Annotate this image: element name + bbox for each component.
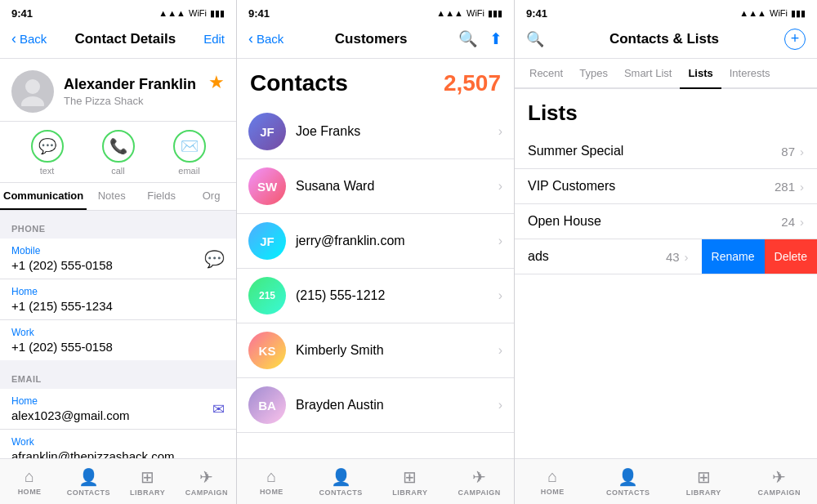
profile-info: Alexander Franklin The Pizza Shack <box>64 76 225 107</box>
chevron-right-open-house: › <box>800 215 804 229</box>
contacts-list: JF Joe Franks › SW Susana Ward › JF jerr… <box>237 105 514 458</box>
email-label: email <box>178 166 199 176</box>
chevron-left-icon: ‹ <box>11 30 16 47</box>
contact-row-brayden[interactable]: BA Brayden Austin › <box>237 378 514 433</box>
contact-row-joe[interactable]: JF Joe Franks › <box>237 105 514 159</box>
contact-name-phone: (215) 555-1212 <box>296 288 498 303</box>
search-button-right[interactable]: 🔍 <box>526 30 544 48</box>
tab-contacts-label-mid: CONTACTS <box>319 488 362 497</box>
contact-row-jerry[interactable]: JF jerry@franklin.com › <box>237 214 514 269</box>
battery-icon-right: ▮▮▮ <box>791 8 806 19</box>
phone-mobile-value[interactable]: +1 (202) 555-0158 <box>11 258 225 272</box>
contacts-lists-panel: 9:41 ▲▲▲ WiFi ▮▮▮ 🔍 Contacts & Lists + R… <box>515 0 817 504</box>
tab-home-label-left: HOME <box>18 488 42 496</box>
email-list-group: Home alex1023@gmail.com ✉ Work afranklin… <box>0 389 236 458</box>
list-count-vip: 281 <box>775 180 795 194</box>
favorite-star-icon[interactable]: ★ <box>208 72 225 93</box>
tab-home-left[interactable]: ⌂ HOME <box>0 459 59 504</box>
tab-fields[interactable]: Fields <box>136 183 186 210</box>
svg-point-1 <box>21 96 44 106</box>
edit-button[interactable]: Edit <box>203 32 225 46</box>
tab-contacts-left[interactable]: 👤 CONTACTS <box>59 459 118 504</box>
tab-home-middle[interactable]: ⌂ HOME <box>237 459 306 504</box>
tab-org[interactable]: Org <box>186 183 236 210</box>
library-icon-right: ⊞ <box>697 467 711 487</box>
tab-home-right[interactable]: ⌂ HOME <box>515 459 591 504</box>
contact-row-susana[interactable]: SW Susana Ward › <box>237 159 514 214</box>
tab-notes[interactable]: Notes <box>87 183 136 210</box>
text-icon: 💬 <box>31 130 64 163</box>
tab-library-left[interactable]: ⊞ LIBRARY <box>118 459 177 504</box>
call-label: call <box>111 166 125 176</box>
delete-button[interactable]: Delete <box>765 239 817 274</box>
action-buttons: 💬 text 📞 call ✉️ email <box>0 122 236 183</box>
email-work-item: Work afranklin@thepizzashack.com <box>0 430 236 458</box>
email-work-value[interactable]: afranklin@thepizzashack.com <box>11 449 225 458</box>
tab-library-right[interactable]: ⊞ LIBRARY <box>666 459 742 504</box>
status-icons-middle: ▲▲▲ WiFi ▮▮▮ <box>436 8 502 19</box>
list-row-leads[interactable]: ads 43 › <box>515 239 702 274</box>
share-button-middle[interactable]: ⬆ <box>489 29 502 48</box>
nav-icons-middle: 🔍 ⬆ <box>458 29 502 48</box>
tab-bar-middle: ⌂ HOME 👤 CONTACTS ⊞ LIBRARY ✈ CAMPAIGN <box>237 458 514 504</box>
signal-icon: ▲▲▲ <box>158 8 185 18</box>
phone-work-label: Work <box>11 327 225 338</box>
call-button[interactable]: 📞 call <box>102 130 135 176</box>
tab-home-label-right: HOME <box>541 488 565 496</box>
email-button[interactable]: ✉️ email <box>173 130 206 176</box>
email-home-value[interactable]: alex1023@gmail.com <box>11 408 225 422</box>
chevron-right-icon-phone: › <box>498 288 502 303</box>
list-name-summer: Summer Special <box>528 144 781 158</box>
library-icon-mid: ⊞ <box>403 467 417 487</box>
tab-lists[interactable]: Lists <box>680 59 721 89</box>
lists-section-title: Lists <box>515 89 817 134</box>
contacts-icon-mid: 👤 <box>331 467 351 487</box>
status-bar-middle: 9:41 ▲▲▲ WiFi ▮▮▮ <box>237 0 514 23</box>
contacts-icon-right: 👤 <box>618 467 638 487</box>
list-row-open-house[interactable]: Open House 24 › <box>515 204 817 239</box>
email-envelope-icon[interactable]: ✉ <box>212 400 225 418</box>
add-button-right[interactable]: + <box>784 29 806 50</box>
chevron-right-icon-jerry: › <box>498 234 502 248</box>
avatar-brayden: BA <box>248 386 286 424</box>
list-row-vip[interactable]: VIP Customers 281 › <box>515 169 817 204</box>
profile-section: Alexander Franklin The Pizza Shack ★ <box>0 59 236 122</box>
tab-contacts-middle[interactable]: 👤 CONTACTS <box>306 459 376 504</box>
email-work-label: Work <box>11 436 225 448</box>
rename-button[interactable]: Rename <box>702 239 765 274</box>
tab-campaign-middle[interactable]: ✈ CAMPAIGN <box>444 459 514 504</box>
chevron-left-icon-mid: ‹ <box>248 30 253 47</box>
list-row-summer[interactable]: Summer Special 87 › <box>515 134 817 169</box>
phone-home-value[interactable]: +1 (215) 555-1234 <box>11 299 225 313</box>
email-icon: ✉️ <box>173 130 206 163</box>
signal-icon-mid: ▲▲▲ <box>436 8 463 18</box>
back-button-middle[interactable]: ‹ Back <box>248 30 283 47</box>
tab-types[interactable]: Types <box>571 59 616 89</box>
tab-recent[interactable]: Recent <box>521 59 571 89</box>
contact-row-phone[interactable]: 215 (215) 555-1212 › <box>237 269 514 323</box>
text-button[interactable]: 💬 text <box>31 130 64 176</box>
tab-campaign-label-right: CAMPAIGN <box>758 488 801 497</box>
avatar-joe: JF <box>248 113 286 150</box>
chevron-right-summer: › <box>800 145 804 158</box>
back-button[interactable]: ‹ Back <box>11 30 47 47</box>
tab-campaign-label-mid: CAMPAIGN <box>458 488 500 497</box>
avatar <box>11 70 54 113</box>
contact-row-kimberly[interactable]: KS Kimberly Smith › <box>237 323 514 378</box>
tab-library-middle[interactable]: ⊞ LIBRARY <box>376 459 445 504</box>
contact-name-jerry: jerry@franklin.com <box>296 234 498 248</box>
tab-communication[interactable]: Communication <box>0 183 87 210</box>
tab-contacts-right[interactable]: 👤 CONTACTS <box>591 459 667 504</box>
back-label-middle: Back <box>257 32 283 46</box>
tab-smart-list[interactable]: Smart List <box>616 59 681 89</box>
contacts-title: Contacts <box>250 70 348 96</box>
tab-bar-left: ⌂ HOME 👤 CONTACTS ⊞ LIBRARY ✈ CAMPAIGN <box>0 458 236 504</box>
status-icons-right: ▲▲▲ WiFi ▮▮▮ <box>739 8 806 19</box>
tab-interests[interactable]: Interests <box>721 59 779 89</box>
tab-campaign-left[interactable]: ✈ CAMPAIGN <box>177 459 236 504</box>
tab-campaign-right[interactable]: ✈ CAMPAIGN <box>742 459 818 504</box>
search-button-middle[interactable]: 🔍 <box>458 29 478 48</box>
phone-work-value[interactable]: +1 (202) 555-0158 <box>11 340 225 354</box>
chat-bubble-icon[interactable]: 💬 <box>204 249 225 269</box>
nav-bar-left: ‹ Back Contact Details Edit <box>0 23 236 59</box>
